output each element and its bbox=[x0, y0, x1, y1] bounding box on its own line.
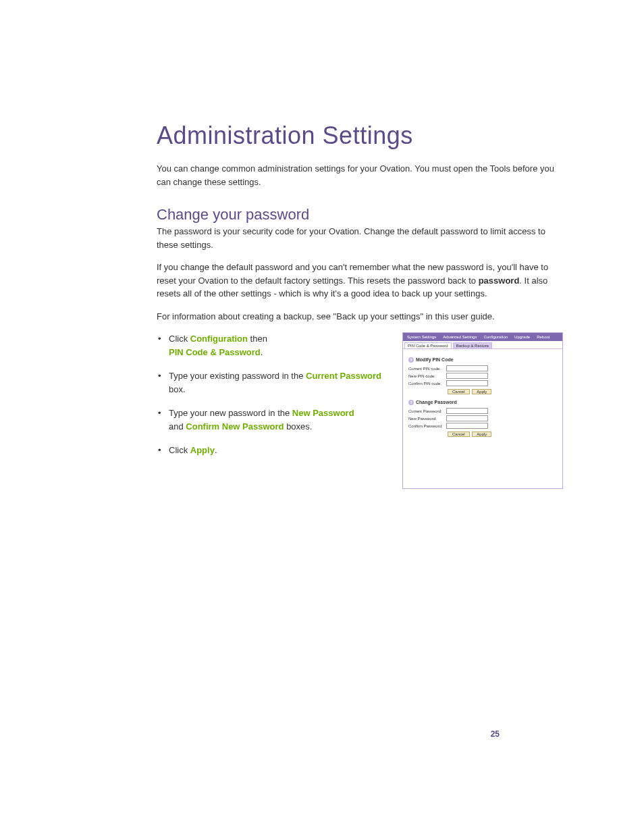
link-pin-code-password: PIN Code & Password bbox=[169, 347, 261, 357]
body-paragraph-3: For information about creating a backup,… bbox=[157, 310, 563, 323]
row-confirm-pin: Confirm PIN code: bbox=[408, 380, 557, 386]
input-current-pin[interactable] bbox=[446, 365, 488, 371]
input-new-pin[interactable] bbox=[446, 373, 488, 379]
cancel-button[interactable]: Cancel bbox=[448, 389, 470, 394]
label-new-password: New Password: bbox=[408, 417, 446, 421]
nav-upgrade: Upgrade bbox=[514, 335, 530, 339]
input-new-password[interactable] bbox=[446, 415, 488, 421]
row-new-pin: New PIN code: bbox=[408, 373, 557, 379]
modify-pin-title: ?Modify PIN Code bbox=[408, 357, 557, 363]
screenshot-topnav: System Settings Advanced Settings Config… bbox=[403, 333, 562, 341]
tab-backup-restore: Backup & Restore bbox=[453, 342, 492, 348]
text: . bbox=[261, 347, 263, 357]
apply-button[interactable]: Apply bbox=[472, 389, 491, 394]
bold-password-word: password bbox=[479, 276, 520, 286]
cancel-button[interactable]: Cancel bbox=[448, 432, 470, 437]
text: box. bbox=[169, 384, 186, 394]
link-apply: Apply bbox=[190, 445, 215, 455]
text: Click bbox=[169, 334, 190, 344]
password-buttons: Cancel Apply bbox=[448, 432, 557, 437]
label-new-pin: New PIN code: bbox=[408, 374, 446, 378]
step-4: Click Apply. bbox=[157, 444, 385, 457]
intro-paragraph: You can change common administration set… bbox=[157, 162, 563, 188]
page-number: 25 bbox=[491, 729, 500, 739]
text: then bbox=[248, 334, 267, 344]
nav-system-settings: System Settings bbox=[407, 335, 436, 339]
input-confirm-pin[interactable] bbox=[446, 380, 488, 386]
help-icon: ? bbox=[408, 357, 414, 363]
text: Click bbox=[169, 445, 190, 455]
step-3: Type your new password in the New Passwo… bbox=[157, 407, 385, 433]
label-confirm-password: Confirm Password: bbox=[408, 424, 446, 428]
text: Type your existing password in the bbox=[169, 371, 306, 381]
text: . bbox=[215, 445, 217, 455]
spacer bbox=[408, 442, 557, 483]
steps-list: Click Configuration then PIN Code & Pass… bbox=[157, 332, 385, 457]
row-current-password: Current Password: bbox=[408, 408, 557, 414]
apply-button[interactable]: Apply bbox=[472, 432, 491, 437]
link-confirm-new-password: Confirm New Password bbox=[186, 421, 284, 432]
body-paragraph-2: If you change the default password and y… bbox=[157, 261, 563, 301]
link-current-password: Current Password bbox=[306, 371, 381, 381]
screenshot-subtabs: PIN Code & Password Backup & Restore bbox=[403, 341, 562, 349]
row-new-password: New Password: bbox=[408, 415, 557, 421]
screenshot-panel: ?Modify PIN Code Current PIN code: New P… bbox=[403, 349, 562, 488]
row-confirm-password: Confirm Password: bbox=[408, 423, 557, 429]
page-title: Administration Settings bbox=[157, 122, 563, 150]
document-page: Administration Settings You can change c… bbox=[0, 0, 644, 834]
nav-advanced-settings: Advanced Settings bbox=[443, 335, 477, 339]
body-paragraph-1: The password is your security code for y… bbox=[157, 225, 563, 251]
step-1: Click Configuration then PIN Code & Pass… bbox=[157, 332, 385, 359]
text: Type your new password in the bbox=[169, 408, 292, 418]
input-confirm-password[interactable] bbox=[446, 423, 488, 429]
change-password-title: ?Change Password bbox=[408, 400, 557, 405]
embedded-screenshot: System Settings Advanced Settings Config… bbox=[402, 332, 563, 489]
help-icon: ? bbox=[408, 400, 414, 405]
label-current-password: Current Password: bbox=[408, 409, 446, 413]
two-column-layout: Click Configuration then PIN Code & Pass… bbox=[157, 332, 563, 489]
input-current-password[interactable] bbox=[446, 408, 488, 414]
link-configuration: Configuration bbox=[190, 334, 248, 344]
text: Modify PIN Code bbox=[416, 357, 454, 362]
nav-configuration: Configuration bbox=[483, 335, 508, 339]
link-new-password: New Password bbox=[292, 408, 354, 418]
text: boxes. bbox=[284, 421, 313, 432]
text: and bbox=[169, 421, 186, 432]
label-current-pin: Current PIN code: bbox=[408, 367, 446, 371]
label-confirm-pin: Confirm PIN code: bbox=[408, 382, 446, 386]
row-current-pin: Current PIN code: bbox=[408, 365, 557, 371]
text: Change Password bbox=[416, 400, 457, 405]
nav-reboot: Reboot bbox=[537, 335, 549, 339]
step-2: Type your existing password in the Curre… bbox=[157, 369, 385, 396]
tab-pin-code-password: PIN Code & Password bbox=[404, 342, 452, 348]
pin-buttons: Cancel Apply bbox=[448, 389, 557, 394]
steps-column: Click Configuration then PIN Code & Pass… bbox=[157, 332, 385, 468]
section-heading: Change your password bbox=[157, 206, 563, 224]
